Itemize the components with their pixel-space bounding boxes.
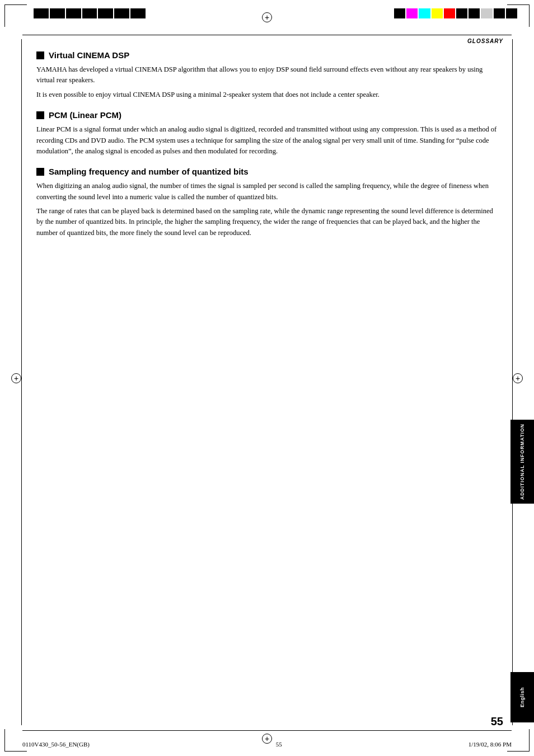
- bullet-square-3: [36, 168, 44, 176]
- color-seg-ltgray: [481, 8, 492, 18]
- heading-sampling: Sampling frequency and number of quantiz…: [36, 167, 498, 176]
- bullet-square-1: [36, 51, 44, 59]
- corner-mark-br: [507, 729, 530, 752]
- heading-text-3: Sampling frequency and number of quantiz…: [49, 167, 249, 176]
- color-seg-black5: [506, 8, 517, 18]
- heading-virtual-cinema-dsp: Virtual CINEMA DSP: [36, 50, 498, 60]
- color-seg-cyan: [419, 8, 430, 18]
- footer-center: 55: [276, 741, 282, 748]
- corner-mark-tl: [4, 4, 27, 27]
- sidebar-english: English: [510, 672, 534, 722]
- heading-pcm: PCM (Linear PCM): [36, 110, 498, 120]
- color-seg-red: [444, 8, 455, 18]
- heading-text-1: Virtual CINEMA DSP: [49, 50, 129, 60]
- heading-text-2: PCM (Linear PCM): [49, 110, 121, 120]
- para-2-1: Linear PCM is a signal format under whic…: [36, 124, 498, 157]
- vert-rule-right: [512, 39, 513, 725]
- english-label: English: [519, 687, 525, 707]
- crosshair-right: [513, 373, 523, 383]
- body-pcm: Linear PCM is a signal format under whic…: [36, 124, 498, 157]
- color-seg-black3: [469, 8, 480, 18]
- sidebar-additional-info: ADDITIONAL INFORMATION: [510, 420, 534, 504]
- crosshair-left: [11, 373, 21, 383]
- para-3-2: The range of rates that can be played ba…: [36, 206, 498, 238]
- color-seg-black: [394, 8, 405, 18]
- page-number: 55: [491, 715, 503, 728]
- para-3-1: When digitizing an analog audio signal, …: [36, 181, 498, 203]
- color-seg-magenta: [406, 8, 418, 18]
- main-content: Virtual CINEMA DSP YAMAHA has developed …: [36, 50, 498, 711]
- top-left-registration-bar: [34, 8, 146, 18]
- color-seg-yellow: [432, 8, 443, 18]
- footer-left: 0110V430_50-56_EN(GB): [22, 741, 90, 748]
- para-1-2: It is even possible to enjoy virtual CIN…: [36, 90, 498, 100]
- body-sampling: When digitizing an analog audio signal, …: [36, 181, 498, 238]
- color-seg-black2: [456, 8, 467, 18]
- section-pcm: PCM (Linear PCM) Linear PCM is a signal …: [36, 110, 498, 157]
- additional-info-label: ADDITIONAL INFORMATION: [519, 424, 525, 500]
- section-virtual-cinema-dsp: Virtual CINEMA DSP YAMAHA has developed …: [36, 50, 498, 100]
- footer: 0110V430_50-56_EN(GB) 55 1/19/02, 8:06 P…: [22, 741, 512, 748]
- page: GLOSSARY Virtual CINEMA DSP YAMAHA has d…: [0, 0, 534, 756]
- header-rule: [22, 35, 512, 35]
- glossary-label: GLOSSARY: [467, 38, 503, 44]
- vert-rule-left: [21, 39, 22, 725]
- para-1-1: YAMAHA has developed a virtual CINEMA DS…: [36, 64, 498, 86]
- body-virtual-cinema-dsp: YAMAHA has developed a virtual CINEMA DS…: [36, 64, 498, 100]
- crosshair-top: [262, 12, 272, 22]
- corner-mark-bl: [4, 729, 27, 752]
- color-seg-black4: [494, 8, 505, 18]
- top-right-color-bar: [394, 8, 517, 18]
- section-sampling-frequency: Sampling frequency and number of quantiz…: [36, 167, 498, 238]
- bottom-rule: [22, 730, 512, 731]
- footer-right: 1/19/02, 8:06 PM: [469, 741, 512, 748]
- bullet-square-2: [36, 111, 44, 119]
